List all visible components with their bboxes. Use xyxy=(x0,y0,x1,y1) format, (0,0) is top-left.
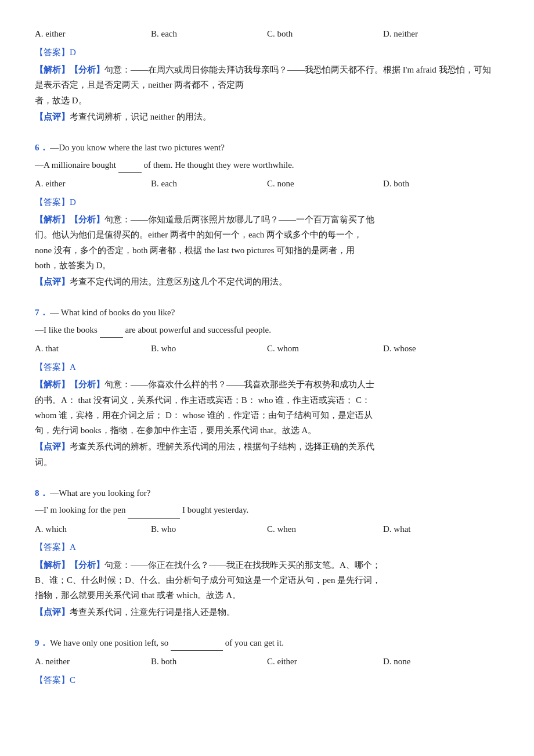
question-line-6: 6． —Do you know where the last two pictu… xyxy=(35,141,499,156)
option-5c: C. both xyxy=(267,27,383,42)
question-line-7a: 7． — What kind of books do you like? xyxy=(35,305,499,321)
blank-6 xyxy=(118,158,142,174)
analysis-7: 【解析】【分析】句意：——你喜欢什么样的书？——我喜欢那些关于有权势和成功人士的… xyxy=(35,377,499,438)
answer-9: 【答案】C xyxy=(35,673,499,688)
option-7c: C. whom xyxy=(267,341,383,357)
page-content: A. either B. each C. both D. neither 【答案… xyxy=(35,27,499,687)
question-number-8: 8． xyxy=(35,488,48,498)
question-number-6: 6． xyxy=(35,143,48,152)
dianyp-8: 【点评】考查关系代词，注意先行词是指人还是物。 xyxy=(35,604,499,620)
option-7b: B. who xyxy=(151,341,267,357)
question-number-7: 7． xyxy=(35,308,48,317)
question-text-8b: —I' m looking for the pen I bought yeste… xyxy=(35,505,248,514)
option-9a: A. neither xyxy=(35,654,151,669)
question-line-8b: —I' m looking for the pen I bought yeste… xyxy=(35,503,499,519)
option-6d: D. both xyxy=(383,177,499,192)
answer-8: 【答案】A xyxy=(35,540,499,555)
options-row-9: A. neither B. both C. either D. none xyxy=(35,654,499,669)
question-line-9a: 9． We have only one position left, so of… xyxy=(35,636,499,651)
fenxi-label-5: 【分析】 xyxy=(70,65,104,74)
fenxi-label-8: 【分析】 xyxy=(70,560,104,570)
question-block-8: 8． —What are you looking for? —I' m look… xyxy=(35,486,499,620)
question-text-9a: We have only one position left, so of yo… xyxy=(50,638,284,647)
question-block-9: 9． We have only one position left, so of… xyxy=(35,636,499,688)
option-7a: A. that xyxy=(35,341,151,357)
dianyp-5: 【点评】考查代词辨析，识记 neither 的用法。 xyxy=(35,109,499,124)
options-row-5: A. either B. each C. both D. neither xyxy=(35,27,499,42)
question-block-5: A. either B. each C. both D. neither 【答案… xyxy=(35,27,499,124)
options-row-6: A. either B. each C. none D. both xyxy=(35,177,499,192)
question-line-6b: —A millionaire bought of them. He though… xyxy=(35,158,499,174)
option-5b: B. each xyxy=(151,27,267,42)
dianyp-label-8: 【点评】 xyxy=(35,607,70,617)
question-number-9: 9． xyxy=(35,638,48,647)
option-5a: A. either xyxy=(35,27,151,42)
option-9c: C. either xyxy=(267,654,383,669)
option-6b: B. each xyxy=(151,177,267,192)
question-text-8a: —What are you looking for? xyxy=(50,488,150,498)
option-6c: C. none xyxy=(267,177,383,192)
blank-7 xyxy=(100,323,123,339)
dianyp-label-6: 【点评】 xyxy=(35,277,70,286)
answer-7: 【答案】A xyxy=(35,360,499,375)
analysis-5: 【解析】【分析】句意：——在周六或周日你能去拜访我母亲吗？——我恐怕两天都不行。… xyxy=(35,62,499,108)
question-block-7: 7． — What kind of books do you like? —I … xyxy=(35,305,499,470)
option-8b: B. who xyxy=(151,522,267,537)
dianyp-label-5: 【点评】 xyxy=(35,112,70,121)
jiexi-label-7: 【解析】 xyxy=(35,380,70,389)
question-text-6a: —Do you know where the last two pictures… xyxy=(50,143,225,152)
dianyp-7: 【点评】考查关系代词的辨析。理解关系代词的用法，根据句子结构，选择正确的关系代词… xyxy=(35,439,499,470)
option-8a: A. which xyxy=(35,522,151,537)
question-line-7b: —I like the books are about powerful and… xyxy=(35,323,499,339)
options-row-7: A. that B. who C. whom D. whose xyxy=(35,341,499,357)
question-text-7a: — What kind of books do you like? xyxy=(50,308,175,317)
jiexi-label-8: 【解析】 xyxy=(35,560,70,570)
question-text-7b: —I like the books are about powerful and… xyxy=(35,325,271,334)
question-block-6: 6． —Do you know where the last two pictu… xyxy=(35,141,499,289)
dianyp-label-7: 【点评】 xyxy=(35,442,70,451)
option-9b: B. both xyxy=(151,654,267,669)
dianyp-6: 【点评】考查不定代词的用法。注意区别这几个不定代词的用法。 xyxy=(35,274,499,289)
analysis-6: 【解析】【分析】句意：——你知道最后两张照片放哪儿了吗？——一个百万富翁买了他们… xyxy=(35,212,499,273)
blank-8 xyxy=(128,503,180,519)
jiexi-label-6: 【解析】 xyxy=(35,215,70,224)
option-6a: A. either xyxy=(35,177,151,192)
option-8d: D. what xyxy=(383,522,499,537)
option-9d: D. none xyxy=(383,654,499,669)
answer-5: 【答案】D xyxy=(35,45,499,60)
analysis-8: 【解析】【分析】句意：——你正在找什么？——我正在找我昨天买的那支笔。A、哪个；… xyxy=(35,557,499,603)
option-7d: D. whose xyxy=(383,341,499,357)
fenxi-label-7: 【分析】 xyxy=(70,380,104,389)
question-line-8a: 8． —What are you looking for? xyxy=(35,486,499,501)
answer-6: 【答案】D xyxy=(35,195,499,210)
fenxi-label-6: 【分析】 xyxy=(70,215,104,224)
jiexi-label-5: 【解析】 xyxy=(35,65,70,74)
question-text-6b: —A millionaire bought of them. He though… xyxy=(35,160,294,170)
option-8c: C. when xyxy=(267,522,383,537)
option-5d: D. neither xyxy=(383,27,499,42)
blank-9 xyxy=(171,636,223,651)
options-row-8: A. which B. who C. when D. what xyxy=(35,522,499,537)
